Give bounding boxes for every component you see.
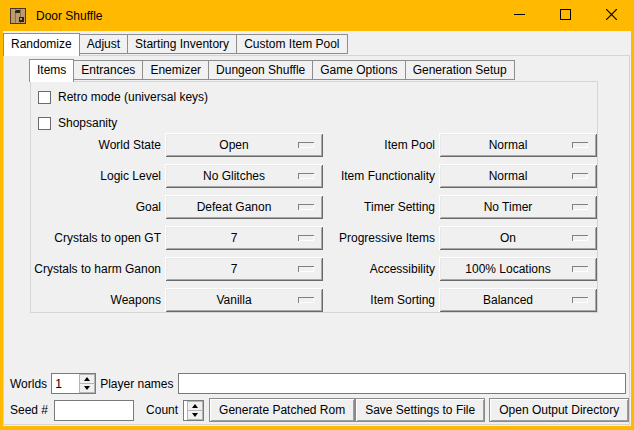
count-spinbox[interactable] (183, 400, 204, 421)
tab-items[interactable]: Items (29, 59, 74, 82)
world-state-label: World State (32, 133, 161, 157)
item-pool-label: Item Pool (327, 133, 435, 157)
item-sorting-label: Item Sorting (327, 288, 435, 312)
accessibility-label: Accessibility (327, 257, 435, 281)
worlds-row: Worlds Player names (6, 373, 627, 394)
dropdown-indicator-icon (572, 266, 588, 272)
tab-dungeon-shuffle[interactable]: Dungeon Shuffle (209, 60, 313, 80)
world-state-dropdown[interactable]: Open (165, 133, 323, 157)
weapons-label: Weapons (32, 288, 161, 312)
tab-entrances[interactable]: Entrances (74, 60, 143, 80)
generate-patched-rom-button[interactable]: Generate Patched Rom (209, 398, 355, 422)
tab-enemizer[interactable]: Enemizer (143, 60, 209, 80)
tab-randomize[interactable]: Randomize (3, 33, 80, 56)
app-window: Door Shuffle Randomize Adjus (0, 0, 634, 430)
player-names-label: Player names (100, 377, 173, 391)
spin-up-button[interactable] (79, 374, 95, 384)
crystals-harm-ganon-value: 7 (231, 262, 238, 276)
crystals-open-gt-label: Crystals to open GT (32, 226, 161, 250)
dropdown-indicator-icon (298, 204, 314, 210)
crystals-harm-ganon-dropdown[interactable]: 7 (165, 257, 323, 281)
spin-down-button[interactable] (79, 384, 95, 393)
crystals-open-gt-value: 7 (231, 231, 238, 245)
timer-setting-value: No Timer (484, 200, 533, 214)
dropdown-indicator-icon (298, 235, 314, 241)
dropdown-indicator-icon (572, 142, 588, 148)
item-pool-dropdown[interactable]: Normal (439, 133, 597, 157)
retro-mode-label: Retro mode (universal keys) (58, 90, 208, 104)
tab-custom-item-pool[interactable]: Custom Item Pool (237, 34, 347, 54)
item-functionality-label: Item Functionality (327, 164, 435, 188)
tab-game-options[interactable]: Game Options (313, 60, 405, 80)
player-names-input[interactable] (178, 373, 627, 394)
close-icon (606, 9, 617, 23)
maximize-icon (560, 9, 571, 23)
retro-mode-row: Retro mode (universal keys) (38, 90, 597, 104)
logic-level-value: No Glitches (203, 169, 265, 183)
save-settings-button[interactable]: Save Settings to File (355, 398, 485, 422)
main-tab-bar: Randomize Adjust Starting Inventory Cust… (3, 33, 348, 56)
dropdown-indicator-icon (572, 173, 588, 179)
tab-adjust[interactable]: Adjust (80, 34, 128, 54)
worlds-label: Worlds (10, 377, 47, 391)
weapons-value: Vanilla (216, 293, 251, 307)
titlebar: Door Shuffle (0, 0, 634, 31)
up-triangle-icon (84, 377, 90, 381)
seed-row: Seed # Count Generate Patched Rom Save S… (6, 398, 627, 422)
spin-up-button[interactable] (187, 401, 203, 411)
worlds-input[interactable] (52, 374, 79, 393)
logic-level-label: Logic Level (32, 164, 161, 188)
timer-setting-label: Timer Setting (327, 195, 435, 219)
retro-mode-checkbox[interactable] (38, 91, 51, 104)
shopsanity-checkbox[interactable] (38, 117, 51, 130)
shopsanity-label: Shopsanity (58, 116, 117, 130)
goal-value: Defeat Ganon (197, 200, 272, 214)
item-sorting-dropdown[interactable]: Balanced (439, 288, 597, 312)
down-triangle-icon (192, 413, 198, 417)
dropdown-indicator-icon (572, 204, 588, 210)
open-output-directory-button[interactable]: Open Output Directory (489, 398, 629, 422)
dropdown-indicator-icon (298, 266, 314, 272)
worlds-spinbox[interactable] (51, 373, 96, 394)
dropdown-indicator-icon (298, 173, 314, 179)
crystals-open-gt-dropdown[interactable]: 7 (165, 226, 323, 250)
close-button[interactable] (588, 0, 634, 31)
item-functionality-dropdown[interactable]: Normal (439, 164, 597, 188)
count-spin-arrows (187, 401, 203, 420)
tab-starting-inventory[interactable]: Starting Inventory (128, 34, 237, 54)
up-triangle-icon (192, 404, 198, 408)
progressive-items-label: Progressive Items (327, 226, 435, 250)
spin-down-button[interactable] (187, 411, 203, 420)
item-sorting-value: Balanced (483, 293, 533, 307)
progressive-items-value: On (500, 231, 516, 245)
shopsanity-row: Shopsanity (38, 116, 597, 130)
seed-label: Seed # (10, 403, 48, 417)
client-area: Randomize Adjust Starting Inventory Cust… (3, 31, 631, 426)
weapons-dropdown[interactable]: Vanilla (165, 288, 323, 312)
tab-generation-setup[interactable]: Generation Setup (406, 60, 515, 80)
accessibility-value: 100% Locations (465, 262, 550, 276)
timer-setting-dropdown[interactable]: No Timer (439, 195, 597, 219)
worlds-spin-arrows (79, 374, 95, 393)
crystals-harm-ganon-label: Crystals to harm Ganon (32, 257, 161, 281)
world-state-value: Open (219, 138, 248, 152)
items-pane: Retro mode (universal keys) Shopsanity W… (30, 81, 598, 313)
minimize-button[interactable] (496, 0, 542, 31)
item-pool-value: Normal (489, 138, 528, 152)
goal-label: Goal (32, 195, 161, 219)
randomize-sub-tab-bar: Items Entrances Enemizer Dungeon Shuffle… (29, 59, 515, 82)
app-door-icon (10, 8, 26, 24)
bottom-controls: Worlds Player names Seed # Count (6, 373, 627, 422)
minimize-icon (514, 9, 525, 23)
accessibility-dropdown[interactable]: 100% Locations (439, 257, 597, 281)
maximize-button[interactable] (542, 0, 588, 31)
window-controls (496, 0, 634, 31)
goal-dropdown[interactable]: Defeat Ganon (165, 195, 323, 219)
seed-input[interactable] (54, 400, 134, 421)
logic-level-dropdown[interactable]: No Glitches (165, 164, 323, 188)
window-title: Door Shuffle (36, 9, 103, 23)
dropdown-indicator-icon (572, 235, 588, 241)
dropdown-indicator-icon (572, 297, 588, 303)
randomize-pane: Items Entrances Enemizer Dungeon Shuffle… (3, 55, 630, 425)
progressive-items-dropdown[interactable]: On (439, 226, 597, 250)
